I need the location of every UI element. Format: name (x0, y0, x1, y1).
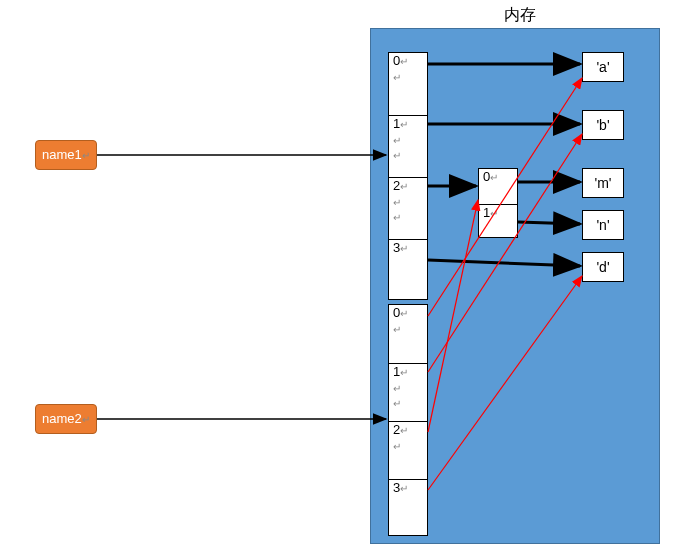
array1-cell-1: 1↵↵↵ (389, 115, 427, 177)
para-mark-icon: ↵ (393, 197, 401, 208)
array1-cell-0: 0↵↵ (389, 53, 427, 115)
para-mark-icon: ↵ (393, 398, 401, 409)
array2-cell-2: 2↵↵ (389, 421, 427, 479)
memory-title: 内存 (370, 5, 670, 26)
var-tag-name2: name2↵ (35, 404, 97, 434)
var-tag-name1: name1↵ (35, 140, 97, 170)
value-box-a: 'a' (582, 52, 624, 82)
inner-cell-1: 1↵ (479, 204, 517, 239)
array1-column: 0↵↵ 1↵↵↵ 2↵↵↵ 3↵ (388, 52, 428, 300)
inner-cell-0: 0↵ (479, 169, 517, 204)
para-mark-icon: ↵ (393, 383, 401, 394)
para-mark-icon: ↵ (393, 72, 401, 83)
para-mark-icon: ↵ (400, 308, 408, 319)
para-mark-icon: ↵ (490, 208, 498, 219)
para-mark-icon: ↵ (400, 483, 408, 494)
para-mark-icon: ↵ (393, 212, 401, 223)
array2-column: 0↵↵ 1↵↵↵ 2↵↵ 3↵ (388, 304, 428, 536)
var-label-name2: name2 (42, 411, 82, 426)
array2-cell-1: 1↵↵↵ (389, 363, 427, 421)
para-mark-icon: ↵ (400, 425, 408, 436)
para-mark-icon: ↵ (400, 119, 408, 130)
array1-cell-2: 2↵↵↵ (389, 177, 427, 239)
para-mark-icon: ↵ (400, 181, 408, 192)
value-box-d: 'd' (582, 252, 624, 282)
array2-cell-3: 3↵ (389, 479, 427, 537)
para-mark-icon: ↵ (490, 172, 498, 183)
var-label-name1: name1 (42, 147, 82, 162)
para-mark-icon: ↵ (400, 56, 408, 67)
value-box-b: 'b' (582, 110, 624, 140)
para-mark-icon: ↵ (82, 414, 90, 425)
para-mark-icon: ↵ (393, 441, 401, 452)
para-mark-icon: ↵ (82, 150, 90, 161)
para-mark-icon: ↵ (393, 324, 401, 335)
value-box-m: 'm' (582, 168, 624, 198)
para-mark-icon: ↵ (393, 135, 401, 146)
para-mark-icon: ↵ (400, 367, 408, 378)
para-mark-icon: ↵ (400, 243, 408, 254)
para-mark-icon: ↵ (393, 150, 401, 161)
value-box-n: 'n' (582, 210, 624, 240)
array2-cell-0: 0↵↵ (389, 305, 427, 363)
inner-array-column: 0↵ 1↵ (478, 168, 518, 238)
array1-cell-3: 3↵ (389, 239, 427, 301)
